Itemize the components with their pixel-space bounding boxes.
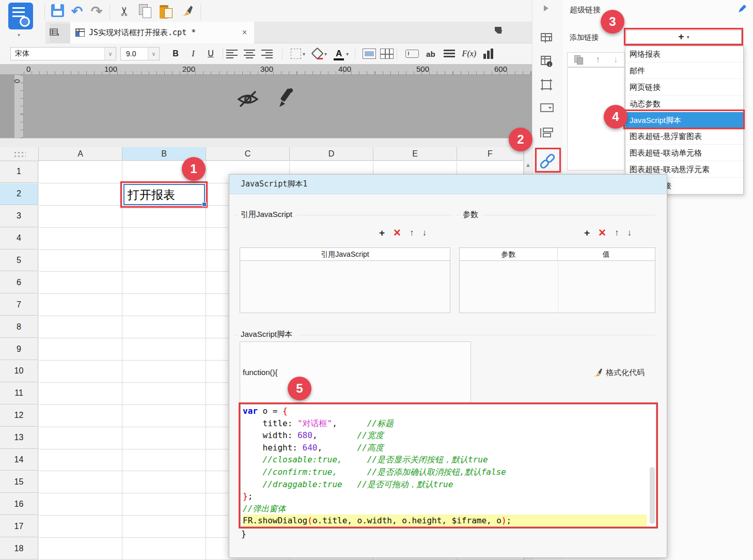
text-widget-button[interactable] (405, 50, 419, 58)
copy-icon[interactable] (574, 55, 583, 64)
redo-button[interactable]: ↷ (89, 4, 104, 20)
ruler-label: 300 (260, 65, 273, 73)
grid-select-all-corner[interactable] (0, 147, 39, 161)
align-right-button[interactable] (261, 49, 279, 58)
menu-item-图表超链-悬浮窗图表[interactable]: 图表超链-悬浮窗图表 (625, 128, 743, 145)
edit-pen-icon[interactable] (738, 4, 747, 13)
scroll-up-icon[interactable]: ▲ (525, 162, 531, 168)
move-up-icon[interactable]: ↑ (615, 227, 619, 239)
text-style-button[interactable]: ab (426, 50, 435, 58)
italic-button[interactable]: I (184, 49, 202, 58)
row-header-8[interactable]: 8 (0, 316, 38, 338)
row-header-16[interactable]: 16 (0, 493, 38, 515)
column-header-D[interactable]: D (290, 147, 373, 161)
ruler-ticks (24, 71, 532, 74)
undo-button[interactable]: ↶ (69, 4, 85, 20)
row-header-2[interactable]: 2 (0, 183, 38, 205)
fill-color-button[interactable] (311, 48, 323, 59)
template-switch-button[interactable] (50, 24, 70, 43)
column-header-A[interactable]: A (39, 147, 122, 161)
code-scrollbar-thumb[interactable] (650, 467, 655, 524)
format-code-button[interactable]: 格式化代码 (592, 367, 645, 378)
down-arrow-icon[interactable]: ↓ (614, 55, 618, 65)
column-header-E[interactable]: E (373, 147, 457, 161)
add-icon[interactable]: + (379, 227, 385, 239)
brush-icon (592, 367, 603, 378)
ref-js-table[interactable]: 引用JavaScript (240, 247, 450, 313)
row-header-9[interactable]: 9 (0, 338, 38, 360)
document-tab[interactable]: JS实现对话框打开报表.cpt * × (70, 22, 254, 43)
align-left-button[interactable] (226, 49, 244, 58)
row-header-14[interactable]: 14 (0, 449, 38, 471)
chevron-down-icon[interactable]: ▾ (303, 51, 305, 57)
merge-cells-button[interactable] (363, 49, 376, 59)
chevron-down-icon[interactable]: ∨ (148, 48, 159, 60)
add-link-label: 添加链接 (570, 33, 599, 42)
font-family-select[interactable]: 宋体 ∨ (10, 47, 116, 60)
menu-item-邮件[interactable]: 邮件 (625, 63, 743, 79)
frame-icon[interactable] (540, 78, 555, 94)
delete-icon[interactable]: ✕ (393, 227, 401, 239)
menu-item-图表超链-联动单元格[interactable]: 图表超链-联动单元格 (625, 145, 743, 161)
font-size-select[interactable]: 9.0 ∨ (120, 47, 160, 60)
chevron-down-icon[interactable]: ∨ (104, 48, 116, 60)
chart-insert-button[interactable] (483, 49, 493, 59)
underline-button[interactable]: U (202, 49, 219, 58)
row-header-15[interactable]: 15 (0, 471, 38, 493)
unmerge-cells-button[interactable] (380, 49, 394, 59)
row-header-7[interactable]: 7 (0, 294, 38, 316)
copy-button[interactable] (137, 4, 153, 20)
javascript-dialog: JavaScript脚本1 引用JavaScript +✕↑↓ 引用JavaSc… (229, 174, 667, 558)
row-header-4[interactable]: 4 (0, 228, 38, 250)
report-canvas[interactable]: 0 (0, 75, 532, 138)
move-down-icon[interactable]: ↓ (628, 227, 632, 239)
format-painter-button[interactable] (179, 4, 194, 20)
logo-dropdown-caret[interactable]: ▾ (18, 32, 20, 38)
delete-icon[interactable]: ✕ (598, 227, 606, 239)
row-header-1[interactable]: 1 (0, 161, 38, 183)
menu-item-网页链接[interactable]: 网页链接 (625, 79, 743, 96)
grid-plus-icon (50, 28, 59, 37)
tab-close-icon[interactable]: × (240, 28, 249, 37)
param-table[interactable]: 参数 值 (459, 247, 655, 313)
tab-list-button[interactable] (495, 27, 507, 37)
chevron-down-icon[interactable]: ▾ (324, 51, 327, 57)
collapse-panel-icon[interactable] (540, 3, 555, 19)
move-down-icon[interactable]: ↓ (422, 227, 427, 239)
chevron-down-icon[interactable]: ▾ (346, 51, 349, 57)
up-arrow-icon[interactable]: ↑ (595, 55, 600, 65)
formula-button[interactable]: F(x) (462, 49, 477, 58)
row-header-18[interactable]: 18 (0, 538, 38, 559)
font-color-button[interactable]: A (333, 49, 344, 58)
row-header-17[interactable]: 17 (0, 516, 38, 537)
add-icon[interactable]: + (584, 227, 590, 239)
dialog-titlebar[interactable]: JavaScript脚本1 (229, 175, 667, 194)
fill-handle[interactable] (202, 202, 207, 207)
hide-preview-icon[interactable] (237, 89, 259, 109)
app-logo-button[interactable] (8, 3, 33, 29)
edit-pencil-icon[interactable] (276, 87, 294, 109)
row-header-13[interactable]: 13 (0, 427, 38, 449)
row-header-10[interactable]: 10 (0, 361, 38, 382)
bold-button[interactable]: B (167, 49, 184, 58)
borders-button[interactable] (291, 49, 301, 59)
float-element-icon[interactable] (540, 127, 555, 142)
column-header-C[interactable]: C (206, 147, 290, 161)
cut-button[interactable]: ✂ (117, 4, 132, 20)
row-header-5[interactable]: 5 (0, 250, 38, 272)
step-badge-1: 1 (182, 157, 206, 181)
align-center-button[interactable] (244, 49, 261, 58)
row-header-3[interactable]: 3 (0, 206, 38, 227)
cell-attribute-icon[interactable] (540, 31, 555, 46)
row-header-11[interactable]: 11 (0, 383, 38, 405)
code-editor[interactable]: var o = { title: "对话框", //标题 width: 680,… (240, 404, 656, 527)
cell-element-icon[interactable]: i (540, 54, 555, 70)
menu-item-网络报表[interactable]: 网络报表 (625, 46, 743, 63)
row-header-6[interactable]: 6 (0, 272, 38, 293)
save-button[interactable] (50, 4, 65, 20)
row-header-12[interactable]: 12 (0, 405, 38, 427)
line-spacing-button[interactable] (444, 50, 455, 58)
paste-button[interactable] (158, 4, 174, 20)
widget-dropdown-icon[interactable] (540, 102, 555, 118)
move-up-icon[interactable]: ↑ (410, 227, 414, 239)
